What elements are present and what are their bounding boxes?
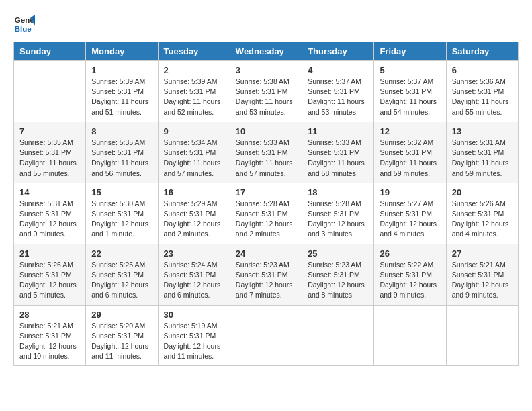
day-info: Sunrise: 5:32 AM Sunset: 5:31 PM Dayligh…	[380, 138, 440, 179]
calendar-cell: 5Sunrise: 5:37 AM Sunset: 5:31 PM Daylig…	[374, 61, 446, 122]
calendar-cell: 12Sunrise: 5:32 AM Sunset: 5:31 PM Dayli…	[374, 122, 446, 183]
day-number: 26	[380, 248, 440, 259]
day-info: Sunrise: 5:19 AM Sunset: 5:31 PM Dayligh…	[164, 321, 224, 362]
day-number: 9	[164, 126, 224, 136]
day-info: Sunrise: 5:36 AM Sunset: 5:31 PM Dayligh…	[452, 77, 513, 118]
day-info: Sunrise: 5:31 AM Sunset: 5:31 PM Dayligh…	[19, 199, 80, 240]
day-info: Sunrise: 5:23 AM Sunset: 5:31 PM Dayligh…	[236, 260, 296, 301]
calendar-cell: 15Sunrise: 5:30 AM Sunset: 5:31 PM Dayli…	[86, 183, 158, 244]
svg-text:Blue: Blue	[15, 25, 32, 33]
day-header-wednesday: Wednesday	[230, 42, 302, 61]
day-info: Sunrise: 5:28 AM Sunset: 5:31 PM Dayligh…	[236, 199, 296, 240]
day-number: 14	[19, 187, 80, 197]
day-number: 10	[236, 126, 296, 136]
day-info: Sunrise: 5:34 AM Sunset: 5:31 PM Dayligh…	[164, 138, 224, 179]
day-number: 30	[164, 310, 224, 320]
calendar-cell: 25Sunrise: 5:23 AM Sunset: 5:31 PM Dayli…	[302, 244, 374, 305]
calendar-cell: 16Sunrise: 5:29 AM Sunset: 5:31 PM Dayli…	[158, 183, 230, 244]
calendar-cell: 19Sunrise: 5:27 AM Sunset: 5:31 PM Dayli…	[374, 183, 446, 244]
day-info: Sunrise: 5:39 AM Sunset: 5:31 PM Dayligh…	[91, 77, 152, 118]
day-info: Sunrise: 5:35 AM Sunset: 5:31 PM Dayligh…	[91, 138, 152, 179]
day-info: Sunrise: 5:26 AM Sunset: 5:31 PM Dayligh…	[19, 260, 80, 301]
day-number: 22	[91, 248, 152, 259]
day-number: 23	[164, 248, 224, 259]
calendar-cell: 26Sunrise: 5:22 AM Sunset: 5:31 PM Dayli…	[374, 244, 446, 305]
calendar-cell: 11Sunrise: 5:33 AM Sunset: 5:31 PM Dayli…	[302, 122, 374, 183]
day-number: 16	[164, 187, 224, 197]
day-info: Sunrise: 5:24 AM Sunset: 5:31 PM Dayligh…	[164, 260, 224, 301]
day-number: 25	[308, 248, 368, 259]
day-info: Sunrise: 5:23 AM Sunset: 5:31 PM Dayligh…	[308, 260, 368, 301]
day-number: 11	[308, 126, 368, 136]
day-number: 21	[19, 248, 80, 259]
day-header-sunday: Sunday	[14, 42, 86, 61]
calendar-cell: 7Sunrise: 5:35 AM Sunset: 5:31 PM Daylig…	[14, 122, 86, 183]
day-number: 7	[19, 126, 80, 136]
day-info: Sunrise: 5:21 AM Sunset: 5:31 PM Dayligh…	[19, 321, 80, 362]
calendar-week-1: 1Sunrise: 5:39 AM Sunset: 5:31 PM Daylig…	[14, 61, 519, 122]
day-number: 15	[91, 187, 152, 197]
day-number: 1	[91, 65, 152, 75]
day-number: 17	[236, 187, 296, 197]
calendar-cell: 27Sunrise: 5:21 AM Sunset: 5:31 PM Dayli…	[446, 244, 518, 305]
calendar-cell: 20Sunrise: 5:26 AM Sunset: 5:31 PM Dayli…	[446, 183, 518, 244]
day-info: Sunrise: 5:39 AM Sunset: 5:31 PM Dayligh…	[164, 77, 224, 118]
calendar-cell: 29Sunrise: 5:20 AM Sunset: 5:31 PM Dayli…	[86, 305, 158, 366]
calendar-cell: 28Sunrise: 5:21 AM Sunset: 5:31 PM Dayli…	[14, 305, 86, 366]
calendar-cell: 18Sunrise: 5:28 AM Sunset: 5:31 PM Dayli…	[302, 183, 374, 244]
calendar-cell: 4Sunrise: 5:37 AM Sunset: 5:31 PM Daylig…	[302, 61, 374, 122]
day-info: Sunrise: 5:38 AM Sunset: 5:31 PM Dayligh…	[236, 77, 296, 118]
day-number: 29	[91, 310, 152, 320]
calendar-cell	[374, 305, 446, 366]
calendar-week-5: 28Sunrise: 5:21 AM Sunset: 5:31 PM Dayli…	[14, 305, 519, 366]
day-info: Sunrise: 5:21 AM Sunset: 5:31 PM Dayligh…	[452, 260, 513, 301]
calendar-week-4: 21Sunrise: 5:26 AM Sunset: 5:31 PM Dayli…	[14, 244, 519, 305]
day-header-tuesday: Tuesday	[158, 42, 230, 61]
logo: General Blue	[13, 13, 35, 35]
day-info: Sunrise: 5:22 AM Sunset: 5:31 PM Dayligh…	[380, 260, 440, 301]
day-info: Sunrise: 5:33 AM Sunset: 5:31 PM Dayligh…	[236, 138, 296, 179]
calendar-cell: 3Sunrise: 5:38 AM Sunset: 5:31 PM Daylig…	[230, 61, 302, 122]
day-number: 19	[380, 187, 440, 197]
calendar-cell: 14Sunrise: 5:31 AM Sunset: 5:31 PM Dayli…	[14, 183, 86, 244]
calendar-cell: 22Sunrise: 5:25 AM Sunset: 5:31 PM Dayli…	[86, 244, 158, 305]
calendar-table: SundayMondayTuesdayWednesdayThursdayFrid…	[13, 42, 519, 366]
day-info: Sunrise: 5:26 AM Sunset: 5:31 PM Dayligh…	[452, 199, 513, 240]
calendar-cell: 23Sunrise: 5:24 AM Sunset: 5:31 PM Dayli…	[158, 244, 230, 305]
day-info: Sunrise: 5:30 AM Sunset: 5:31 PM Dayligh…	[91, 199, 152, 240]
day-header-saturday: Saturday	[446, 42, 518, 61]
calendar-cell: 30Sunrise: 5:19 AM Sunset: 5:31 PM Dayli…	[158, 305, 230, 366]
day-info: Sunrise: 5:35 AM Sunset: 5:31 PM Dayligh…	[19, 138, 80, 179]
day-header-monday: Monday	[86, 42, 158, 61]
day-number: 3	[236, 65, 296, 75]
calendar-cell: 1Sunrise: 5:39 AM Sunset: 5:31 PM Daylig…	[86, 61, 158, 122]
day-number: 13	[452, 126, 513, 136]
calendar-cell: 21Sunrise: 5:26 AM Sunset: 5:31 PM Dayli…	[14, 244, 86, 305]
day-info: Sunrise: 5:37 AM Sunset: 5:31 PM Dayligh…	[380, 77, 440, 118]
day-info: Sunrise: 5:25 AM Sunset: 5:31 PM Dayligh…	[91, 260, 152, 301]
day-number: 27	[452, 248, 513, 259]
calendar-cell: 2Sunrise: 5:39 AM Sunset: 5:31 PM Daylig…	[158, 61, 230, 122]
day-number: 2	[164, 65, 224, 75]
calendar-body: 1Sunrise: 5:39 AM Sunset: 5:31 PM Daylig…	[14, 61, 519, 366]
calendar-cell: 8Sunrise: 5:35 AM Sunset: 5:31 PM Daylig…	[86, 122, 158, 183]
calendar-header-row: SundayMondayTuesdayWednesdayThursdayFrid…	[14, 42, 519, 61]
calendar-cell	[302, 305, 374, 366]
day-header-friday: Friday	[374, 42, 446, 61]
day-info: Sunrise: 5:28 AM Sunset: 5:31 PM Dayligh…	[308, 199, 368, 240]
calendar-cell	[446, 305, 518, 366]
day-number: 4	[308, 65, 368, 75]
calendar-week-3: 14Sunrise: 5:31 AM Sunset: 5:31 PM Dayli…	[14, 183, 519, 244]
day-info: Sunrise: 5:29 AM Sunset: 5:31 PM Dayligh…	[164, 199, 224, 240]
day-header-thursday: Thursday	[302, 42, 374, 61]
logo-icon: General Blue	[13, 13, 35, 35]
calendar-cell	[230, 305, 302, 366]
day-number: 8	[91, 126, 152, 136]
calendar-cell: 6Sunrise: 5:36 AM Sunset: 5:31 PM Daylig…	[446, 61, 518, 122]
day-number: 6	[452, 65, 513, 75]
calendar-cell: 13Sunrise: 5:31 AM Sunset: 5:31 PM Dayli…	[446, 122, 518, 183]
page-header: General Blue	[13, 13, 519, 35]
day-number: 28	[19, 310, 80, 320]
day-info: Sunrise: 5:37 AM Sunset: 5:31 PM Dayligh…	[308, 77, 368, 118]
day-number: 12	[380, 126, 440, 136]
